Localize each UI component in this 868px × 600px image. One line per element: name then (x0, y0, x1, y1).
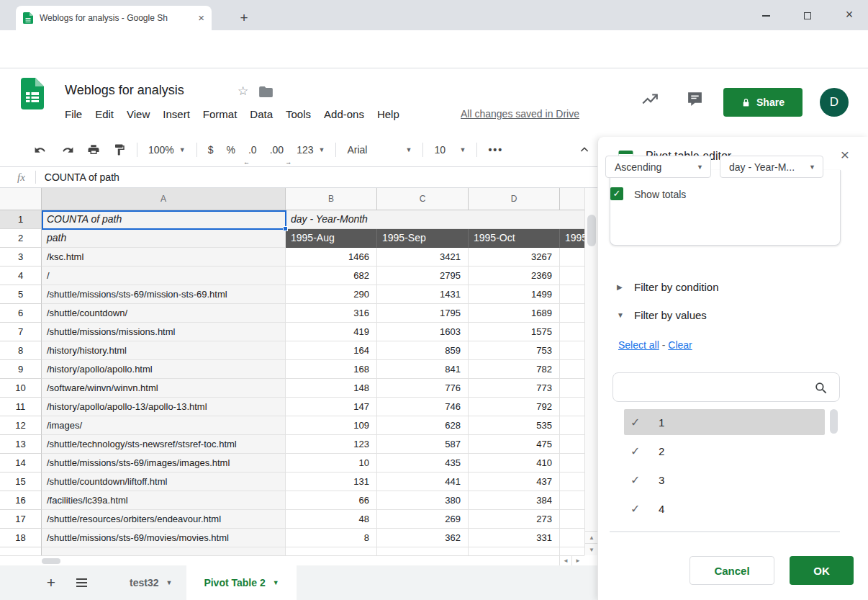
menu-add-ons[interactable]: Add-ons (317, 107, 371, 122)
scroll-down-icon[interactable]: ▼ (585, 543, 598, 555)
cell-path[interactable]: /history/history.html (42, 341, 286, 360)
collapse-toolbar-icon[interactable] (572, 139, 597, 161)
cell-path[interactable]: /shuttle/resources/orbiters/endeavour.ht… (42, 510, 286, 529)
cell-path[interactable]: /shuttle/countdown/ (42, 304, 286, 323)
cell-value[interactable]: 841 (377, 360, 469, 379)
cell-b2[interactable]: 1995-Aug (286, 229, 377, 248)
column-header-c[interactable]: C (377, 188, 469, 210)
tab-close-icon[interactable]: × (198, 13, 204, 23)
cell[interactable] (42, 547, 286, 555)
row-header[interactable]: 17 (0, 510, 42, 529)
cell-value[interactable]: 109 (286, 416, 377, 435)
row-header[interactable]: 8 (0, 341, 42, 360)
cell-value[interactable]: 773 (469, 379, 560, 398)
sheet-tab-pivot-table-2[interactable]: Pivot Table 2 ▼ (186, 565, 296, 600)
cell-value[interactable]: 1689 (469, 304, 560, 323)
row-header[interactable]: 13 (0, 435, 42, 454)
cell-path[interactable]: /shuttle/missions/sts-69/mission-sts-69.… (42, 285, 286, 304)
cell-value[interactable]: 1466 (286, 248, 377, 267)
select-all-link[interactable]: Select all (618, 339, 659, 351)
cell-value[interactable]: 131 (286, 473, 377, 491)
ok-button[interactable]: OK (790, 556, 854, 585)
horizontal-scrollbar-thumb[interactable] (42, 558, 60, 564)
cell-value[interactable]: 66 (286, 491, 377, 510)
browser-tab[interactable]: Weblogs for analysis - Google Sh × (16, 6, 212, 30)
cell-value[interactable]: 441 (377, 473, 469, 491)
cell-value[interactable]: 331 (469, 529, 560, 547)
cell-value[interactable]: 1603 (377, 323, 469, 341)
filter-search-input[interactable] (612, 372, 840, 402)
star-document-icon[interactable]: ☆ (238, 84, 248, 99)
cell-value[interactable]: 148 (286, 379, 377, 398)
row-header[interactable]: 16 (0, 491, 42, 510)
cell-path[interactable]: /shuttle/missions/sts-69/movies/movies.h… (42, 529, 286, 547)
select-all-corner[interactable] (0, 188, 42, 210)
column-header-d[interactable]: D (469, 188, 560, 210)
cell-a2[interactable]: path (42, 229, 286, 248)
redo-button[interactable] (54, 139, 81, 161)
cell-path[interactable]: / (42, 267, 286, 285)
row-header[interactable]: 11 (0, 398, 42, 416)
filter-by-values-section[interactable]: ▼ Filter by values (617, 309, 707, 321)
cell-a1[interactable]: COUNTA of path (42, 210, 286, 229)
cell-value[interactable]: 269 (377, 510, 469, 529)
panel-scrollbar-thumb[interactable] (830, 409, 838, 434)
horizontal-scrollbar[interactable]: ◄ ► (0, 555, 584, 565)
cell-path[interactable]: /software/winvn/winvn.html (42, 379, 286, 398)
cell-value[interactable]: 1499 (469, 285, 560, 304)
cell-value[interactable]: 746 (377, 398, 469, 416)
zoom-select[interactable]: 100%▼ (142, 139, 192, 161)
cell-c2[interactable]: 1995-Sep (377, 229, 469, 248)
cell-value[interactable]: 8 (286, 529, 377, 547)
cell-path[interactable]: /ksc.html (42, 248, 286, 267)
move-to-folder-icon[interactable] (259, 86, 273, 97)
cell[interactable] (286, 547, 377, 555)
increase-decimal-button[interactable]: .00→ (263, 139, 290, 161)
row-header[interactable]: 7 (0, 323, 42, 341)
row-header[interactable]: 14 (0, 454, 42, 473)
cell-value[interactable]: 3267 (469, 248, 560, 267)
row-header[interactable]: 5 (0, 285, 42, 304)
clear-link[interactable]: Clear (668, 339, 692, 351)
cell-value[interactable]: 48 (286, 510, 377, 529)
menu-edit[interactable]: Edit (89, 107, 120, 122)
account-avatar[interactable]: D (820, 88, 849, 117)
filter-value-item[interactable]: ✓3 (598, 465, 868, 494)
cell-value[interactable]: 475 (469, 435, 560, 454)
cell-value[interactable]: 316 (286, 304, 377, 323)
cell-path[interactable]: /images/ (42, 416, 286, 435)
cell-value[interactable]: 1575 (469, 323, 560, 341)
print-button[interactable] (81, 139, 107, 161)
cell-value[interactable]: 859 (377, 341, 469, 360)
scroll-up-icon[interactable]: ▲ (585, 531, 598, 543)
cell-value[interactable]: 782 (469, 360, 560, 379)
scroll-right-icon[interactable]: ► (571, 556, 584, 566)
cell-value[interactable]: 168 (286, 360, 377, 379)
window-maximize-button[interactable] (799, 7, 816, 23)
number-format-button[interactable]: 123▼ (290, 139, 331, 161)
row-header[interactable]: 9 (0, 360, 42, 379)
vertical-scrollbar[interactable]: ▲ ▼ (584, 188, 597, 555)
cell-path[interactable]: /shuttle/technology/sts-newsref/stsref-t… (42, 435, 286, 454)
cell-value[interactable]: 419 (286, 323, 377, 341)
cell-value[interactable]: 380 (377, 491, 469, 510)
explore-trend-icon[interactable] (641, 90, 659, 112)
cell-path[interactable]: /shuttle/missions/missions.html (42, 323, 286, 341)
cell-value[interactable]: 3421 (377, 248, 469, 267)
menu-view[interactable]: View (120, 107, 156, 122)
paint-format-button[interactable] (107, 139, 132, 161)
format-currency-button[interactable]: $ (202, 139, 220, 161)
column-header-b[interactable]: B (286, 188, 377, 210)
cell-value[interactable]: 2369 (469, 267, 560, 285)
menu-insert[interactable]: Insert (156, 107, 196, 122)
cell-value[interactable]: 10 (286, 454, 377, 473)
cell-value[interactable]: 1795 (377, 304, 469, 323)
more-options-icon[interactable]: ••• (482, 139, 510, 161)
cell-path[interactable]: /shuttle/countdown/liftoff.html (42, 473, 286, 491)
cell-value[interactable]: 410 (469, 454, 560, 473)
cell[interactable] (469, 547, 560, 555)
document-title[interactable]: Weblogs for analysis (65, 83, 184, 98)
sheets-logo-icon[interactable] (20, 77, 45, 110)
cancel-button[interactable]: Cancel (690, 556, 774, 585)
cell-path[interactable]: /shuttle/missions/sts-69/images/images.h… (42, 454, 286, 473)
